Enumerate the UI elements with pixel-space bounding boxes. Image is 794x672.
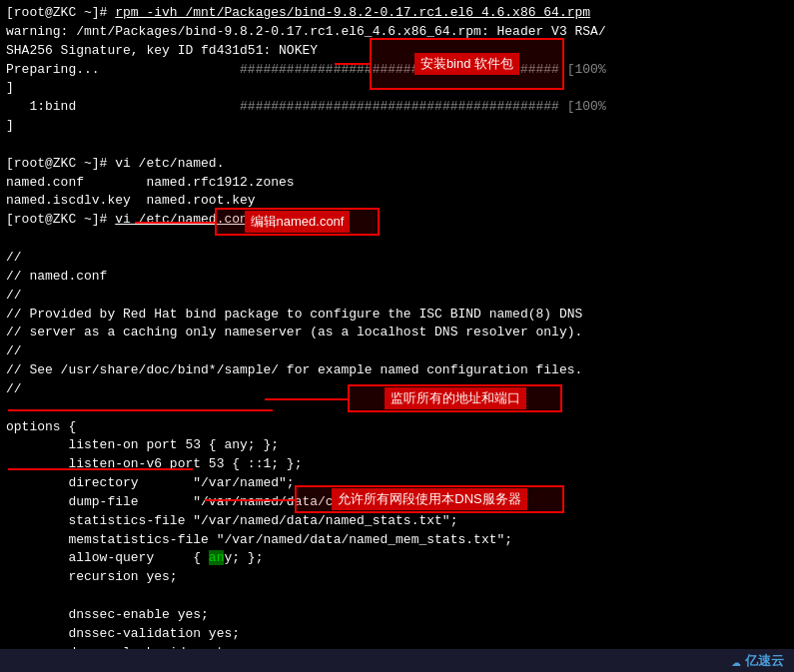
terminal-line-11: named.iscdlv.key named.root.key	[6, 192, 788, 211]
terminal-line-31: recursion yes;	[6, 568, 788, 587]
annotation-listen-all-label: 监听所有的地址和端口	[385, 387, 526, 409]
terminal-line-14: //	[6, 249, 788, 268]
terminal-line-25: listen-on-v6 port 53 { ::1; };	[6, 455, 788, 474]
terminal: [root@ZKC ~]# rpm -ivh /mnt/Packages/bin…	[0, 0, 794, 649]
arrow-line-1	[335, 63, 372, 65]
terminal-line-24: listen-on port 53 { any; };	[6, 436, 788, 455]
terminal-line-23: options {	[6, 418, 788, 437]
terminal-line-7: ]	[6, 117, 788, 136]
terminal-line-13	[6, 230, 788, 249]
terminal-line-30: allow-query { any; };	[6, 549, 788, 568]
terminal-line-10: named.conf named.rfc1912.zones	[6, 174, 788, 193]
annotation-allow-query: 允许所有网段使用本DNS服务器	[295, 485, 564, 513]
terminal-line-17: // Provided by Red Hat bind package to c…	[6, 306, 788, 325]
terminal-line-1: [root@ZKC ~]# rpm -ivh /mnt/Packages/bin…	[6, 4, 788, 23]
annotation-install-bind-label: 安装bind 软件包	[414, 53, 519, 75]
terminal-line-9: [root@ZKC ~]# vi /etc/named.	[6, 155, 788, 174]
hash-progress-2: ########################################…	[240, 99, 606, 114]
arrow-line-2	[135, 222, 217, 224]
annotation-edit-named-conf: 编辑named.conf	[215, 208, 380, 236]
terminal-line-32	[6, 587, 788, 606]
annotation-install-bind: 安装bind 软件包	[370, 38, 564, 90]
terminal-line-19: //	[6, 342, 788, 361]
underline-recursion	[8, 468, 193, 470]
annotation-listen-all: 监听所有的地址和端口	[348, 384, 562, 412]
terminal-line-33: dnssec-enable yes;	[6, 606, 788, 625]
terminal-line-29: memstatistics-file "/var/named/data/name…	[6, 531, 788, 550]
terminal-line-15: // named.conf	[6, 268, 788, 287]
terminal-line-6: 1:bind #################################…	[6, 98, 788, 117]
arrow-line-4	[205, 499, 297, 501]
watermark-bar: ☁ 亿速云	[0, 649, 794, 672]
terminal-line-18: // server as a caching only nameserver (…	[6, 324, 788, 342]
underline-listen-on	[8, 409, 273, 411]
cmd-rpm: rpm -ivh /mnt/Packages/bind-9.8.2-0.17.r…	[115, 5, 590, 20]
terminal-line-16: //	[6, 287, 788, 306]
annotation-allow-query-label: 允许所有网段使用本DNS服务器	[332, 488, 526, 510]
terminal-line-12: [root@ZKC ~]# vi /etc/named.conf	[6, 211, 788, 230]
annotation-edit-named-conf-label: 编辑named.conf	[245, 211, 351, 233]
watermark-logo: 亿速云	[745, 652, 784, 670]
green-char-any: an	[209, 550, 225, 565]
terminal-line-8	[6, 136, 788, 155]
terminal-line-34: dnssec-validation yes;	[6, 625, 788, 644]
terminal-line-20: // See /usr/share/doc/bind*/sample/ for …	[6, 361, 788, 380]
cloud-icon: ☁	[731, 651, 741, 671]
arrow-line-3	[265, 398, 350, 400]
terminal-line-28: statistics-file "/var/named/data/named_s…	[6, 512, 788, 531]
